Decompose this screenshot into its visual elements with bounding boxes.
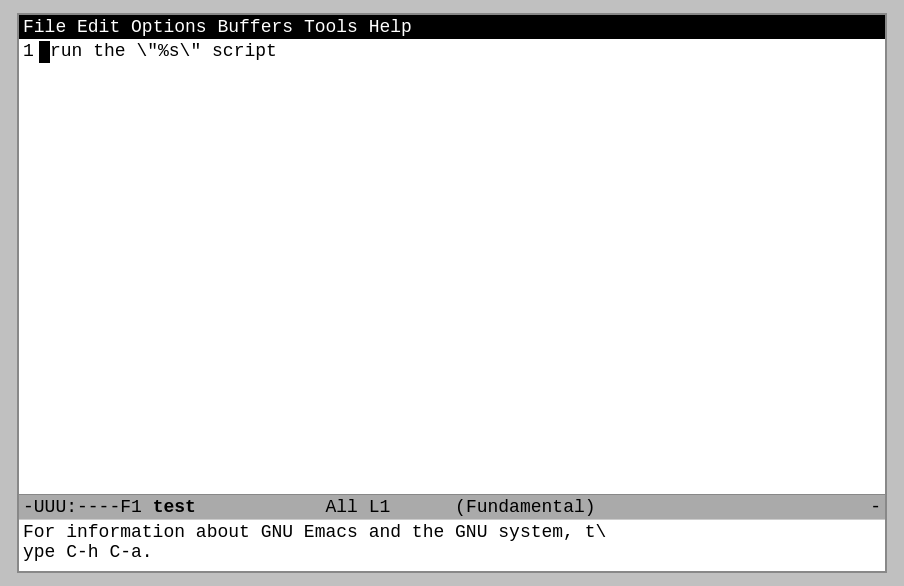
menu-tools[interactable]: Tools <box>304 17 369 37</box>
echo-area-text: For information about GNU Emacs and the … <box>23 522 606 562</box>
menu-edit[interactable]: Edit <box>77 17 131 37</box>
mode-line-filename: test <box>153 497 196 517</box>
line-content-1: run the \"%s\" script <box>50 41 277 61</box>
cursor <box>39 41 50 63</box>
menu-options[interactable]: Options <box>131 17 217 37</box>
line-number-1: 1 <box>23 41 39 61</box>
menu-bar[interactable]: File Edit Options Buffers Tools Help <box>19 15 885 39</box>
menu-buffers[interactable]: Buffers <box>217 17 303 37</box>
mode-line-content: -UUU:----F1 test All L1 (Fundamental) - <box>23 497 881 517</box>
echo-area: For information about GNU Emacs and the … <box>19 519 885 571</box>
mode-line-mode: (Fundamental) <box>455 497 595 517</box>
emacs-window: File Edit Options Buffers Tools Help 1 r… <box>17 13 887 573</box>
mode-line-flags: -UUU:----F1 <box>23 497 142 517</box>
mode-line: -UUU:----F1 test All L1 (Fundamental) - <box>19 494 885 519</box>
mode-line-suffix: - <box>870 497 881 517</box>
editor-area[interactable]: 1 run the \"%s\" script <box>19 39 885 494</box>
mode-line-position: All L1 <box>325 497 390 517</box>
menu-help[interactable]: Help <box>369 17 412 37</box>
editor-line-1: 1 run the \"%s\" script <box>23 41 881 63</box>
menu-file[interactable]: File <box>23 17 77 37</box>
